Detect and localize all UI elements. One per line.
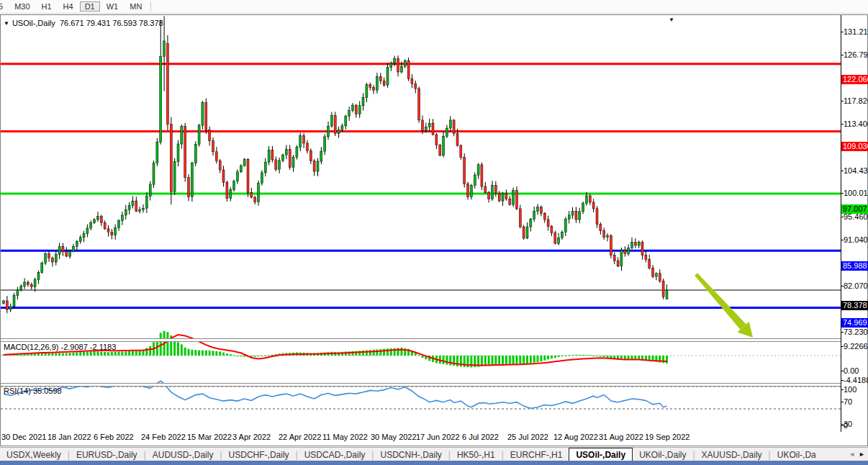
chart-tabbar: USDX,Weekly|EURUSD-,Daily|AUDUSD-,Daily|… [0, 447, 868, 461]
candles-group [3, 16, 669, 313]
chart-title: ▼USOil-,Daily 76.671 79.431 76.593 78.37… [4, 19, 163, 27]
price-tick-label: 117.820 [844, 96, 868, 105]
time-axis-label: 30 Dec 2021 [1, 433, 46, 441]
time-axis-label: 24 Feb 2022 [141, 433, 186, 441]
chart-tab-hk50-h1[interactable]: HK50-,H1 [451, 448, 502, 461]
pane-separator-macd[interactable] [1, 338, 841, 342]
time-axis-label: 22 Apr 2022 [279, 433, 321, 441]
rsi-tick-label: 0 [844, 421, 848, 430]
chart-tab-usdcad-daily[interactable]: USDCAD-,Daily [298, 448, 372, 461]
price-tick-label: 82.070 [844, 281, 868, 290]
pane-separator-rsi[interactable] [1, 383, 841, 387]
time-axis-label: 30 May 2022 [371, 433, 417, 441]
chart-shift-marker-icon[interactable]: ▼ [669, 17, 674, 23]
time-axis-label: 18 Jan 2022 [48, 433, 91, 441]
hline-price-label: 74.969 [841, 318, 868, 328]
chart-tab-usdchf-daily[interactable]: USDCHF-,Daily [222, 448, 296, 461]
time-axis-label: 11 May 2022 [322, 433, 368, 441]
time-axis-label: 25 Jul 2022 [507, 433, 548, 441]
time-axis-label: 17 Jun 2022 [416, 433, 460, 441]
time-axis-label: 15 Mar 2022 [187, 433, 232, 441]
price-tick-label: 126.790 [844, 50, 868, 59]
chart-tab-xauusd-daily[interactable]: XAUUSD-,Daily [695, 448, 769, 461]
chart-tab-usdcnh-daily[interactable]: USDCNH-,Daily [374, 448, 448, 461]
price-tick-label: 131.210 [844, 27, 868, 36]
price-tick-label: 73.230 [844, 328, 868, 336]
current-price-label: 78.378 [841, 301, 868, 310]
window-bottom-edge [0, 461, 868, 465]
symbol-dropdown-icon[interactable]: ▼ [4, 20, 9, 27]
tab-scroll-arrows: ◄ ► [847, 448, 867, 460]
time-axis-label: 12 Aug 2022 [553, 433, 598, 441]
chart-tab-audusd-daily[interactable]: AUDUSD-,Daily [146, 448, 220, 461]
chart-tab-ukoil-daily[interactable]: UKOil-,Daily [633, 448, 692, 461]
hline-price-label: 109.036 [841, 142, 868, 151]
price-tick-label: 100.010 [844, 189, 868, 197]
down-arrow-annotation [695, 273, 746, 330]
tab-scroll-left-icon[interactable]: ◄ [849, 451, 855, 458]
macd-tick-label: 9.2266 [844, 342, 868, 351]
price-tick-label: 104.430 [844, 166, 868, 175]
price-tick-label: 113.400 [844, 119, 868, 128]
chart-tab-eurchf-h1[interactable]: EURCHF-,H1 [504, 448, 569, 461]
rsi-label: RSI(14) 35.0598 [4, 387, 62, 395]
price-tick-label: 91.040 [844, 235, 868, 244]
rsi-tick-label: 100 [844, 385, 856, 394]
macd-tick-label: 0.00 [844, 366, 859, 375]
tab-scroll-right-icon[interactable]: ► [859, 451, 865, 458]
time-axis-label: 31 Aug 2022 [599, 433, 643, 441]
macd-label: MACD(12,26,9) -2.9087 -2.1183 [4, 343, 116, 351]
hline-price-label: 85.988 [841, 261, 868, 271]
rsi-tick-label: 70 [844, 397, 852, 406]
chart-ohlc-values: 76.671 79.431 76.593 78.378 [60, 19, 163, 27]
time-axis-label: 19 Sep 2022 [645, 433, 690, 441]
time-axis-label: 6 Feb 2022 [94, 433, 134, 441]
chart-tab-eurusd-daily[interactable]: EURUSD-,Daily [70, 448, 144, 461]
chart-tab-usdx-weekly[interactable]: USDX,Weekly [0, 448, 68, 461]
chart-symbol-label: USOil-,Daily [12, 19, 55, 27]
chart-tab-usoil-daily[interactable]: USOil-,Daily [569, 448, 633, 461]
time-axis-label: 3 Apr 2022 [232, 433, 271, 441]
chart-tab-ukoil-da[interactable]: UKOil-,Da [771, 448, 823, 461]
hline-price-label: 97.007 [841, 204, 868, 214]
macd-tick-label: -4.4188 [844, 376, 868, 384]
price-chart-canvas[interactable] [1, 0, 841, 430]
time-axis-label: 6 Jul 2022 [462, 433, 499, 441]
hline-price-label: 122.066 [841, 75, 868, 84]
